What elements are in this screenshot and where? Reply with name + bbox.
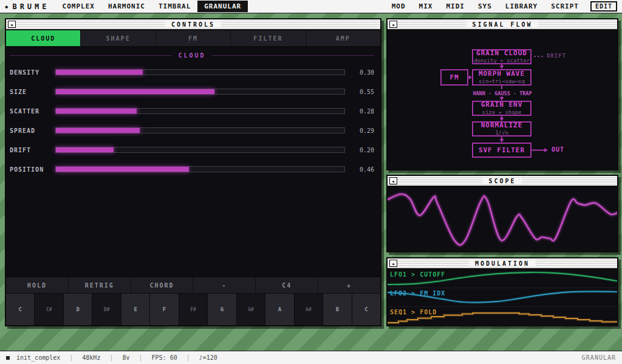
slider-label: DENSITY bbox=[10, 69, 55, 76]
kb-button-+[interactable]: + bbox=[318, 277, 380, 293]
tab-filter[interactable]: FILTER bbox=[231, 30, 306, 46]
slider-row-spread: SPREAD0.29 bbox=[10, 121, 374, 140]
controls-tabs: CLOUDSHAPEFMFILTERAMP bbox=[6, 30, 380, 47]
modulation-title: MODULATION bbox=[469, 260, 536, 267]
slider-track[interactable] bbox=[55, 166, 345, 172]
tab-amp[interactable]: AMP bbox=[306, 30, 380, 46]
piano-key-a#[interactable]: A# bbox=[295, 294, 323, 325]
kb-button-chord[interactable]: CHORD bbox=[131, 277, 194, 293]
mod-lane-2: LFO2 > FM IDX bbox=[388, 288, 617, 307]
tab-cloud[interactable]: CLOUD bbox=[6, 30, 81, 46]
piano-key-f#[interactable]: F# bbox=[179, 294, 208, 325]
scope-waveform bbox=[388, 187, 617, 251]
status-item: 8v bbox=[122, 354, 129, 361]
menu-item-midi[interactable]: MIDI bbox=[439, 1, 471, 12]
kb-button-retrig[interactable]: RETRIG bbox=[69, 277, 131, 293]
panel-corner-icon[interactable]: ◆ bbox=[8, 21, 16, 28]
mod-lane-label: LFO2 > FM IDX bbox=[390, 290, 445, 297]
section-rule-right bbox=[212, 55, 374, 56]
slider-value: 0.29 bbox=[351, 127, 374, 134]
menu-item-sys[interactable]: SYS bbox=[471, 1, 499, 12]
kb-button-c4[interactable]: C4 bbox=[256, 277, 318, 293]
scope-trace bbox=[388, 187, 617, 251]
status-square-icon bbox=[6, 356, 10, 360]
section-header: CLOUD bbox=[10, 52, 374, 58]
menu-item-harmonic[interactable]: HARMONIC bbox=[101, 1, 152, 12]
menu-item-timbral[interactable]: TIMBRAL bbox=[152, 1, 197, 12]
slider-row-drift: DRIFT0.20 bbox=[10, 140, 374, 160]
workspace-background: ◆ CONTROLS CLOUDSHAPEFMFILTERAMP CLOUD D… bbox=[0, 13, 622, 351]
tab-fm[interactable]: FM bbox=[156, 30, 231, 46]
piano-key-d#[interactable]: D# bbox=[92, 294, 121, 325]
slider-label: SCATTER bbox=[10, 108, 55, 115]
status-separator: | bbox=[186, 354, 190, 361]
mod-lane-label: SEQ1 > FOLD bbox=[390, 309, 437, 315]
piano-key-b[interactable]: B bbox=[323, 294, 352, 325]
slider-row-scatter: SCATTER0.28 bbox=[10, 101, 374, 121]
slider-fill bbox=[56, 147, 114, 152]
slider-track[interactable] bbox=[55, 147, 345, 153]
controls-panel-header: ◆ CONTROLS bbox=[6, 19, 380, 30]
edit-button[interactable]: EDIT bbox=[590, 1, 617, 12]
page-menu: MODMIXMIDISYSLIBRARYSCRIPT bbox=[385, 1, 586, 12]
controls-panel-title: CONTROLS bbox=[165, 21, 221, 28]
menu-item-granular[interactable]: GRANULAR bbox=[197, 1, 248, 12]
piano-key-f[interactable]: F bbox=[150, 294, 179, 325]
menu-item-complex[interactable]: COMPLEX bbox=[56, 1, 101, 12]
menu-item-script[interactable]: SCRIPT bbox=[544, 1, 586, 12]
status-item: ♪=120 bbox=[199, 354, 217, 361]
piano-key-c[interactable]: C bbox=[352, 294, 380, 325]
scope-header: ◆ SCOPE bbox=[388, 176, 617, 187]
status-mode: GRANULAR bbox=[582, 354, 616, 361]
piano-keyboard: CC#DD#EFF#GG#AA#BC bbox=[6, 293, 380, 325]
slider-label: SPREAD bbox=[10, 127, 55, 134]
piano-key-c#[interactable]: C# bbox=[35, 294, 63, 325]
slider-value: 0.46 bbox=[351, 166, 374, 173]
slider-row-size: SIZE0.55 bbox=[10, 82, 374, 101]
scope-title: SCOPE bbox=[482, 178, 522, 184]
menu-item-mod[interactable]: MOD bbox=[385, 1, 412, 12]
controls-panel: ◆ CONTROLS CLOUDSHAPEFMFILTERAMP CLOUD D… bbox=[5, 18, 381, 326]
status-separator: | bbox=[69, 354, 73, 361]
status-item: 48kHz bbox=[82, 354, 100, 361]
mod-lane-3: SEQ1 > FOLD bbox=[388, 307, 617, 325]
menu-item-mix[interactable]: MIX bbox=[412, 1, 440, 12]
piano-key-c[interactable]: C bbox=[6, 294, 35, 325]
signal-flow-diagram: GRAIN CLOUDdensity × scatterFMMORPH WAVE… bbox=[388, 30, 617, 169]
tab-shape[interactable]: SHAPE bbox=[81, 30, 156, 46]
kb-button-hold[interactable]: HOLD bbox=[6, 277, 69, 293]
brand-diamond-icon: ◆ bbox=[5, 4, 8, 10]
mod-lane-1: LFO1 > CUTOFF bbox=[388, 269, 617, 288]
slider-value: 0.30 bbox=[351, 69, 374, 76]
slider-track[interactable] bbox=[55, 127, 345, 133]
slider-label: POSITION bbox=[10, 166, 55, 173]
slider-value: 0.28 bbox=[351, 108, 374, 115]
modulation-header: ◆ MODULATION bbox=[388, 258, 617, 269]
piano-key-g#[interactable]: G# bbox=[237, 294, 265, 325]
slider-fill bbox=[56, 109, 137, 113]
piano-key-d[interactable]: D bbox=[64, 294, 92, 325]
modulation-lanes: LFO1 > CUTOFF LFO2 > FM IDX SEQ1 > FOLD bbox=[388, 269, 617, 325]
status-left: init_complex|48kHz|8v|FPS: 60|♪=120 bbox=[6, 354, 217, 361]
section-rule-left bbox=[10, 55, 172, 56]
panel-corner-icon[interactable]: ◆ bbox=[389, 21, 397, 28]
modulation-panel: ◆ MODULATION LFO1 > CUTOFF LFO2 > FM IDX… bbox=[386, 257, 618, 326]
menu-item-library[interactable]: LIBRARY bbox=[499, 1, 544, 12]
slider-fill bbox=[56, 167, 189, 172]
brand-name: BRUME bbox=[12, 2, 49, 11]
scope-panel: ◆ SCOPE bbox=[386, 175, 618, 252]
kb-button--[interactable]: - bbox=[193, 277, 256, 293]
slider-row-density: DENSITY0.30 bbox=[10, 62, 374, 82]
status-item: FPS: 60 bbox=[152, 354, 177, 361]
mod-lane-label: LFO1 > CUTOFF bbox=[390, 271, 445, 278]
slider-track[interactable] bbox=[55, 69, 345, 75]
status-bar: init_complex|48kHz|8v|FPS: 60|♪=120 GRAN… bbox=[0, 351, 622, 364]
piano-key-e[interactable]: E bbox=[121, 294, 150, 325]
signal-flow-panel: ◆ SIGNAL FLOW GRAIN CLOUDdensity × scatt… bbox=[386, 18, 618, 170]
piano-key-a[interactable]: A bbox=[265, 294, 294, 325]
panel-corner-icon[interactable]: ◆ bbox=[389, 177, 397, 184]
piano-key-g[interactable]: G bbox=[208, 294, 236, 325]
slider-track[interactable] bbox=[55, 108, 345, 114]
slider-track[interactable] bbox=[55, 89, 345, 95]
panel-corner-icon[interactable]: ◆ bbox=[389, 260, 397, 267]
